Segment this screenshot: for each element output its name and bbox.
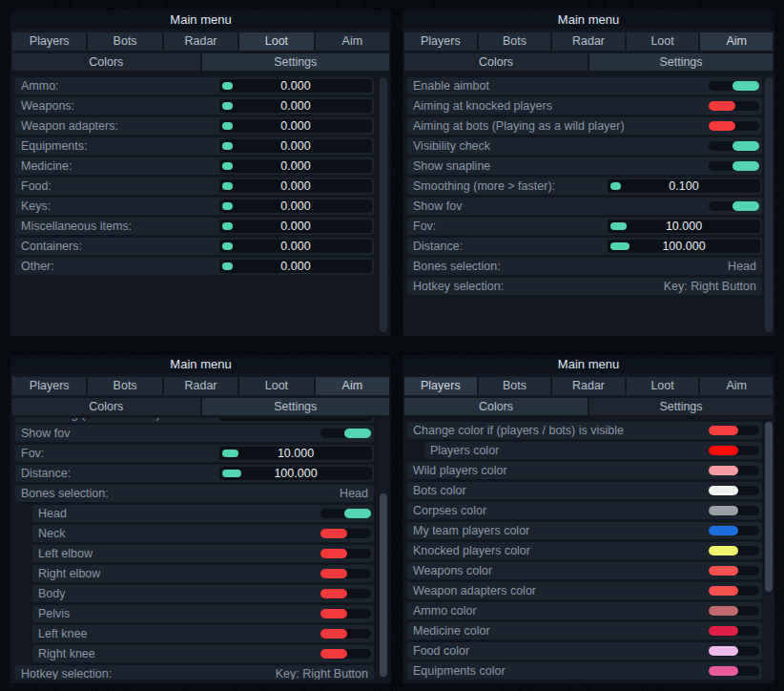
slider-grab[interactable] [222, 450, 238, 457]
scrollbar[interactable] [379, 418, 388, 680]
head-toggle[interactable] [320, 509, 371, 518]
tab-loot[interactable]: Loot [239, 32, 313, 51]
weapons-color-swatch[interactable] [709, 566, 759, 576]
slider-grab[interactable] [222, 122, 233, 130]
slider-grab[interactable] [222, 142, 233, 150]
settings-row-smoothing-more-faster: Smoothing (more > faster):0.100 [15, 418, 374, 423]
food-color-swatch[interactable] [709, 646, 759, 656]
smoothing-more-faster-slider[interactable]: 0.100 [608, 179, 760, 193]
my-team-players-color-swatch[interactable] [709, 526, 759, 535]
weapon-adapters-color-swatch[interactable] [709, 586, 759, 596]
subtab-colors[interactable]: Colors [404, 398, 588, 415]
subtab-settings[interactable]: Settings [202, 398, 390, 415]
tab-radar[interactable]: Radar [552, 32, 625, 51]
smoothing-more-faster-slider[interactable]: 0.100 [219, 418, 372, 421]
food-slider[interactable]: 0.000 [219, 179, 372, 193]
players-color-swatch[interactable] [709, 446, 759, 455]
tab-radar[interactable]: Radar [552, 377, 625, 395]
slider-grab[interactable] [222, 162, 233, 170]
right-knee-toggle[interactable] [320, 649, 371, 659]
slider-value: 0.000 [219, 240, 372, 253]
fov-slider[interactable]: 10.000 [219, 447, 372, 460]
scrollbar-thumb[interactable] [765, 77, 773, 332]
subtab-colors[interactable]: Colors [12, 398, 200, 415]
tab-aim[interactable]: Aim [700, 32, 773, 51]
aiming-at-knocked-players-toggle[interactable] [709, 101, 759, 111]
containers-slider[interactable]: 0.000 [219, 240, 372, 253]
visibility-check-toggle[interactable] [709, 141, 759, 151]
show-snapline-toggle[interactable] [709, 161, 759, 171]
fov-slider[interactable]: 10.000 [608, 220, 760, 233]
slider-grab[interactable] [222, 242, 233, 250]
keys-slider[interactable]: 0.000 [219, 199, 372, 213]
scrollbar-thumb[interactable] [380, 493, 387, 677]
subtab-settings[interactable]: Settings [202, 53, 390, 71]
slider-grab[interactable] [222, 202, 233, 210]
tab-radar[interactable]: Radar [164, 32, 237, 51]
bots-color-swatch[interactable] [709, 486, 759, 495]
ammo-color-swatch[interactable] [709, 606, 759, 616]
tab-bots[interactable]: Bots [88, 32, 161, 51]
weapons-slider[interactable]: 0.000 [219, 99, 372, 113]
slider-grab[interactable] [610, 182, 621, 190]
knocked-players-color-swatch[interactable] [709, 546, 759, 555]
slider-grab[interactable] [222, 82, 233, 90]
tab-aim[interactable]: Aim [316, 377, 389, 395]
slider-grab[interactable] [610, 242, 629, 250]
tab-aim[interactable]: Aim [700, 377, 773, 395]
medicine-color-swatch[interactable] [709, 626, 759, 636]
row-label: Ammo color [413, 602, 477, 619]
show-fov-toggle[interactable] [709, 201, 759, 211]
slider-grab[interactable] [610, 222, 627, 230]
tab-players[interactable]: Players [404, 32, 477, 51]
subtab-settings[interactable]: Settings [589, 53, 773, 71]
slider-grab[interactable] [222, 470, 241, 477]
scrollbar[interactable] [764, 77, 774, 332]
distance-slider[interactable]: 100.000 [608, 240, 760, 253]
medicine-slider[interactable]: 0.000 [219, 159, 372, 173]
tab-bots[interactable]: Bots [479, 377, 551, 395]
tab-bots[interactable]: Bots [479, 32, 551, 51]
toggle-knob [320, 609, 347, 618]
subtab-colors[interactable]: Colors [12, 53, 200, 71]
ammo-slider[interactable]: 0.000 [219, 79, 372, 93]
scrollbar-thumb[interactable] [765, 422, 773, 592]
other-slider[interactable]: 0.000 [219, 260, 372, 273]
corpses-color-swatch[interactable] [709, 506, 759, 515]
aiming-at-bots-playing-as-a-wild-player-toggle[interactable] [709, 121, 759, 131]
tab-players[interactable]: Players [12, 377, 86, 395]
enable-aimbot-toggle[interactable] [709, 81, 759, 91]
slider-grab[interactable] [222, 102, 233, 110]
subtab-settings[interactable]: Settings [589, 398, 773, 415]
equipments-slider[interactable]: 0.000 [219, 139, 372, 153]
slider-grab[interactable] [222, 182, 233, 190]
equipments-color-swatch[interactable] [709, 666, 759, 676]
scrollbar[interactable] [379, 77, 388, 332]
distance-slider[interactable]: 100.000 [219, 467, 372, 480]
scrollbar[interactable] [764, 422, 774, 680]
weapon-adapters-slider[interactable]: 0.000 [219, 119, 372, 133]
settings-row-right-elbow: Right elbow [32, 565, 374, 582]
miscellaneous-items-slider[interactable]: 0.000 [219, 220, 372, 233]
tab-loot[interactable]: Loot [627, 377, 699, 395]
tab-players[interactable]: Players [12, 32, 86, 51]
tab-radar[interactable]: Radar [164, 377, 237, 395]
wild-players-color-swatch[interactable] [709, 466, 759, 475]
neck-toggle[interactable] [320, 529, 371, 538]
pelvis-toggle[interactable] [320, 609, 371, 618]
tab-aim[interactable]: Aim [316, 32, 389, 51]
tab-bots[interactable]: Bots [88, 377, 161, 395]
body-toggle[interactable] [320, 589, 371, 598]
subtab-colors[interactable]: Colors [404, 53, 588, 71]
change-color-if-players-bots-is-visible-swatch[interactable] [709, 426, 759, 435]
show-fov-toggle[interactable] [320, 429, 371, 438]
tab-loot[interactable]: Loot [239, 377, 313, 395]
slider-grab[interactable] [222, 262, 233, 270]
tab-loot[interactable]: Loot [627, 32, 699, 51]
scrollbar-thumb[interactable] [380, 77, 387, 332]
slider-grab[interactable] [222, 222, 233, 230]
tab-players[interactable]: Players [404, 377, 477, 395]
left-elbow-toggle[interactable] [320, 549, 371, 558]
right-elbow-toggle[interactable] [320, 569, 371, 578]
left-knee-toggle[interactable] [320, 629, 371, 639]
